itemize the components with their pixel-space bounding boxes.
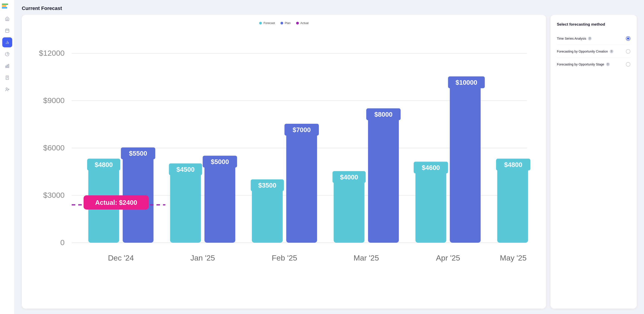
- svg-text:$6000: $6000: [43, 144, 64, 152]
- bar-jan-plan: [204, 164, 235, 243]
- plan-dot: [280, 22, 283, 24]
- logo-bar-blue: [2, 7, 7, 8]
- svg-rect-7: [6, 66, 6, 68]
- bar-chart-icon[interactable]: [2, 61, 12, 71]
- analytics-icon[interactable]: [2, 37, 12, 47]
- svg-rect-8: [7, 65, 8, 68]
- svg-text:$4800: $4800: [95, 161, 113, 168]
- actual-dot: [296, 22, 299, 24]
- svg-text:$7000: $7000: [292, 126, 311, 134]
- svg-point-14: [6, 88, 8, 90]
- logo: [0, 4, 14, 8]
- svg-text:$4000: $4000: [340, 173, 358, 181]
- svg-text:Feb '25: Feb '25: [272, 254, 297, 262]
- calendar-icon[interactable]: [2, 26, 12, 36]
- page-title: Current Forecast: [22, 5, 637, 11]
- svg-text:$3500: $3500: [258, 182, 276, 189]
- opportunity-stage-radio[interactable]: [626, 62, 630, 67]
- svg-text:0: 0: [60, 238, 65, 247]
- legend-plan: Plan: [280, 21, 291, 25]
- forecast-dot: [259, 22, 262, 24]
- bar-chart: $12000 $9000 $6000 $3000 0: [29, 29, 539, 314]
- opportunity-stage-option[interactable]: Forecasting by Opportunity Stage ?: [557, 58, 630, 71]
- chart-container: $12000 $9000 $6000 $3000 0: [29, 29, 539, 314]
- svg-rect-0: [6, 29, 9, 32]
- legend-actual: Actual: [296, 21, 308, 25]
- home-icon[interactable]: [2, 14, 12, 24]
- content-area: Forecast Plan Actual: [14, 15, 644, 314]
- bar-mar-forecast: [334, 179, 364, 243]
- sidebar: [0, 0, 14, 314]
- svg-text:$8000: $8000: [374, 111, 392, 118]
- chart-legend: Forecast Plan Actual: [29, 21, 539, 25]
- users-settings-icon[interactable]: [2, 85, 12, 94]
- svg-text:$5000: $5000: [211, 158, 229, 165]
- bar-feb-plan: [286, 132, 317, 243]
- opportunity-creation-label: Forecasting by Opportunity Creation: [557, 50, 608, 53]
- svg-text:Jan '25: Jan '25: [190, 254, 215, 262]
- svg-text:$9000: $9000: [43, 96, 64, 105]
- forecast-label: Forecast: [264, 21, 275, 25]
- svg-text:Mar '25: Mar '25: [354, 254, 379, 262]
- plan-label: Plan: [285, 21, 291, 25]
- opportunity-creation-option[interactable]: Forecasting by Opportunity Creation ?: [557, 45, 630, 58]
- bar-may-forecast: [497, 167, 528, 243]
- svg-rect-10: [6, 76, 8, 80]
- opportunity-creation-help-icon[interactable]: ?: [610, 50, 613, 53]
- time-series-help-icon[interactable]: ?: [588, 37, 592, 40]
- svg-rect-9: [8, 64, 9, 68]
- opportunity-stage-label: Forecasting by Opportunity Stage: [557, 63, 604, 66]
- time-series-label: Time Series Analysis: [557, 37, 586, 40]
- actual-label: Actual: [300, 21, 308, 25]
- main-content: Current Forecast Forecast Plan Actual: [14, 0, 644, 314]
- bar-feb-forecast: [252, 188, 283, 243]
- svg-text:$10000: $10000: [456, 79, 477, 86]
- clipboard-icon[interactable]: [2, 73, 12, 83]
- svg-text:Dec '24: Dec '24: [108, 254, 134, 262]
- page-header: Current Forecast: [14, 0, 644, 15]
- svg-text:$4600: $4600: [422, 164, 440, 171]
- bar-mar-plan: [368, 117, 399, 243]
- svg-text:$5500: $5500: [129, 150, 147, 157]
- bar-apr-plan: [450, 85, 480, 243]
- svg-text:Apr '25: Apr '25: [436, 254, 460, 262]
- opportunity-creation-label-row: Forecasting by Opportunity Creation ?: [557, 50, 613, 53]
- svg-text:$3000: $3000: [43, 191, 64, 199]
- svg-text:$4800: $4800: [504, 161, 522, 168]
- time-series-radio-inner: [627, 37, 629, 40]
- logo-bar-orange: [2, 5, 6, 6]
- legend-forecast: Forecast: [259, 21, 275, 25]
- time-series-option[interactable]: Time Series Analysis ?: [557, 32, 630, 45]
- bar-apr-forecast: [416, 170, 446, 243]
- opportunity-stage-label-row: Forecasting by Opportunity Stage ?: [557, 63, 610, 66]
- time-series-label-row: Time Series Analysis ?: [557, 37, 592, 40]
- svg-text:$12000: $12000: [39, 49, 64, 57]
- pie-chart-icon[interactable]: [2, 49, 12, 59]
- time-series-radio[interactable]: [626, 36, 630, 41]
- chart-panel: Forecast Plan Actual: [22, 15, 546, 309]
- bar-jan-forecast: [170, 172, 201, 243]
- svg-text:$4500: $4500: [176, 166, 195, 173]
- opportunity-stage-help-icon[interactable]: ?: [606, 63, 610, 66]
- opportunity-creation-radio[interactable]: [626, 49, 630, 54]
- svg-text:May '25: May '25: [500, 254, 527, 262]
- right-panel: Select forecasting method Time Series An…: [550, 15, 637, 309]
- panel-title: Select forecasting method: [557, 22, 630, 27]
- logo-bar-green: [2, 4, 8, 5]
- svg-text:Actual: $2400: Actual: $2400: [95, 199, 137, 206]
